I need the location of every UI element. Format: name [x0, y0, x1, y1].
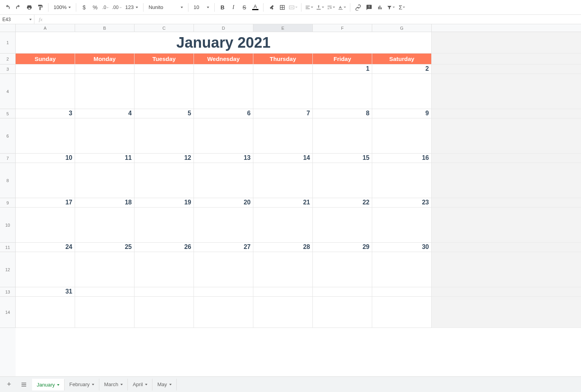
insert-chart-button[interactable] — [375, 2, 385, 13]
bold-button[interactable]: B — [217, 2, 228, 13]
svg-rect-0 — [280, 5, 285, 9]
functions-button[interactable]: Σ — [397, 2, 407, 13]
zoom-value: 100% — [54, 4, 66, 10]
currency-button[interactable]: $ — [79, 2, 89, 13]
merge-cells-button[interactable] — [288, 2, 298, 13]
insert-link-button[interactable] — [353, 2, 363, 13]
percent-button[interactable]: % — [90, 2, 100, 13]
decrease-decimal-button[interactable]: .0← — [101, 2, 111, 13]
font-size-select[interactable]: 10 — [191, 2, 212, 13]
borders-button[interactable] — [277, 2, 287, 13]
italic-button[interactable]: I — [228, 2, 238, 13]
caret-icon — [344, 7, 346, 8]
filter-button[interactable] — [386, 2, 396, 13]
font-family-select[interactable]: Nunito — [146, 2, 185, 13]
redo-button[interactable] — [13, 2, 23, 13]
caret-icon — [295, 7, 298, 8]
caret-icon — [68, 7, 71, 8]
print-button[interactable] — [24, 2, 34, 13]
caret-icon — [207, 7, 209, 8]
zoom-select[interactable]: 100% — [51, 2, 73, 13]
caret-icon — [311, 7, 313, 8]
fill-color-button[interactable] — [266, 2, 276, 13]
horizontal-align-button[interactable] — [304, 2, 314, 13]
more-formats-label: 123 — [125, 4, 134, 10]
vertical-align-button[interactable] — [315, 2, 325, 13]
caret-icon — [403, 7, 405, 8]
text-wrap-button[interactable] — [326, 2, 336, 13]
formula-bar: E43 fx — [0, 15, 581, 24]
caret-icon — [136, 7, 138, 8]
caret-icon — [29, 19, 32, 20]
toolbar: 100% $ % .0← .00→ 123 Nunito 10 B I S A … — [0, 0, 581, 15]
caret-icon — [322, 7, 324, 8]
svg-rect-3 — [289, 6, 294, 9]
fx-icon: fx — [34, 16, 47, 23]
text-rotation-button[interactable] — [337, 2, 347, 13]
caret-icon — [333, 7, 335, 8]
font-family-value: Nunito — [149, 4, 163, 10]
text-color-button[interactable]: A — [250, 2, 260, 13]
more-formats-select[interactable]: 123 — [123, 2, 140, 13]
paint-format-button[interactable] — [35, 2, 45, 13]
caret-icon — [393, 7, 395, 8]
font-size-value: 10 — [194, 4, 199, 10]
strikethrough-button[interactable]: S — [239, 2, 249, 13]
increase-decimal-button[interactable]: .00→ — [112, 2, 122, 13]
name-box[interactable]: E43 — [0, 15, 34, 24]
formula-input[interactable] — [47, 15, 581, 24]
insert-comment-button[interactable] — [364, 2, 374, 13]
undo-button[interactable] — [2, 2, 13, 13]
name-box-value: E43 — [2, 17, 11, 22]
caret-icon — [181, 7, 183, 8]
